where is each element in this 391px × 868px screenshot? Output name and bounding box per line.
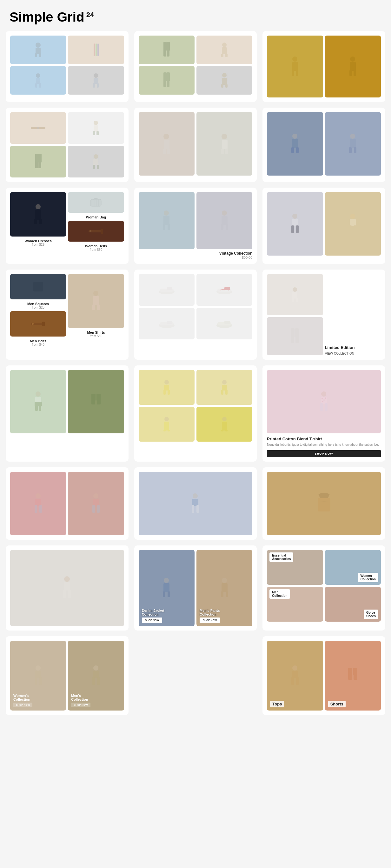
svg-rect-15 bbox=[163, 42, 167, 51]
svg-point-126 bbox=[36, 392, 41, 397]
svg-rect-72 bbox=[39, 219, 42, 224]
svg-rect-157 bbox=[320, 403, 323, 411]
img-man-gray-suit bbox=[325, 112, 381, 176]
svg-rect-51 bbox=[93, 165, 95, 169]
svg-rect-128 bbox=[35, 402, 42, 406]
svg-rect-130 bbox=[39, 406, 41, 411]
svg-rect-88 bbox=[221, 224, 223, 230]
svg-rect-125 bbox=[295, 336, 299, 343]
collection-golve-shoes[interactable]: GolveShoes bbox=[325, 587, 381, 622]
svg-rect-193 bbox=[292, 671, 298, 678]
img-olive-pants bbox=[10, 146, 66, 178]
svg-rect-84 bbox=[163, 224, 165, 230]
svg-rect-164 bbox=[93, 499, 99, 506]
svg-rect-190 bbox=[92, 677, 95, 685]
svg-rect-67 bbox=[349, 147, 352, 153]
svg-rect-133 bbox=[91, 399, 95, 404]
svg-rect-160 bbox=[35, 499, 41, 506]
img-vintage-1 bbox=[139, 192, 195, 249]
svg-point-159 bbox=[36, 493, 41, 498]
svg-rect-25 bbox=[163, 80, 166, 87]
img-woman-navy-dress bbox=[10, 192, 66, 237]
svg-rect-124 bbox=[291, 336, 294, 343]
svg-rect-146 bbox=[168, 430, 170, 431]
svg-point-155 bbox=[325, 398, 326, 399]
denim-jacket-label: Denim JacketCollection bbox=[142, 609, 164, 616]
label-women-belts: Women Belts bbox=[85, 244, 107, 248]
svg-point-49 bbox=[94, 154, 98, 159]
svg-point-167 bbox=[193, 493, 198, 498]
tops-label: Tops bbox=[270, 701, 284, 707]
svg-rect-170 bbox=[196, 505, 199, 513]
womens-collection-btn[interactable]: SHOP NOW bbox=[13, 703, 32, 707]
img-pants-olive bbox=[139, 66, 195, 95]
card-tshirts-small bbox=[262, 188, 385, 264]
svg-point-94 bbox=[350, 214, 355, 219]
svg-rect-162 bbox=[39, 505, 42, 513]
limited-edition-link[interactable]: VIEW COLLECTION bbox=[325, 352, 381, 355]
svg-rect-166 bbox=[97, 505, 100, 513]
svg-point-176 bbox=[164, 578, 169, 583]
img-blue-sweatshirt bbox=[139, 472, 253, 535]
card-gold-women bbox=[262, 31, 385, 102]
collection-essential-accessories[interactable]: EssentialAccessories bbox=[267, 550, 323, 585]
svg-rect-3 bbox=[39, 53, 41, 57]
svg-point-11 bbox=[94, 73, 98, 78]
svg-rect-123 bbox=[295, 328, 299, 337]
svg-rect-198 bbox=[348, 674, 352, 680]
svg-rect-68 bbox=[354, 147, 356, 153]
svg-point-139 bbox=[222, 380, 227, 384]
svg-rect-28 bbox=[222, 78, 227, 85]
img-sneaker-3 bbox=[139, 308, 195, 339]
svg-point-180 bbox=[222, 578, 227, 583]
img-yellow-2 bbox=[196, 370, 252, 405]
svg-rect-37 bbox=[350, 70, 352, 76]
img-girl-blue-2 bbox=[10, 66, 66, 95]
card-beige-olive bbox=[6, 107, 129, 182]
img-yellow-3 bbox=[139, 407, 195, 442]
svg-rect-23 bbox=[163, 72, 167, 81]
svg-rect-16 bbox=[167, 42, 170, 51]
svg-rect-13 bbox=[93, 83, 95, 88]
img-boy-cream bbox=[68, 112, 124, 144]
card-tshirt-promo: Printed Cotton Blend T-shirt Nunc dui lo… bbox=[262, 365, 385, 462]
denim-jacket-btn[interactable]: SHOP NOW bbox=[142, 618, 162, 623]
page-title: Simple Grid24 bbox=[0, 0, 391, 31]
svg-rect-59 bbox=[221, 149, 224, 154]
img-man-tshirt bbox=[267, 192, 323, 255]
img-men-squares bbox=[10, 274, 66, 300]
tshirt-shop-button[interactable]: SHOP NOW bbox=[267, 450, 381, 457]
collection-women[interactable]: WomenCollection bbox=[325, 550, 381, 585]
mens-collection-btn[interactable]: SHOP NOW bbox=[71, 703, 90, 707]
img-man-blue-suit bbox=[267, 112, 323, 176]
page-header: Simple Grid24 bbox=[0, 0, 391, 31]
collection-men[interactable]: MenCollection bbox=[267, 587, 323, 622]
svg-rect-56 bbox=[167, 149, 170, 154]
svg-rect-97 bbox=[354, 225, 356, 233]
svg-rect-4 bbox=[94, 43, 95, 56]
label-women-collection: WomenCollection bbox=[361, 574, 376, 581]
sublabel-women-dresses: from $29 bbox=[32, 243, 44, 246]
tshirt-promo-label: Printed Cotton Blend T-shirt bbox=[267, 437, 381, 441]
svg-rect-54 bbox=[164, 140, 169, 149]
svg-point-90 bbox=[292, 214, 297, 219]
svg-rect-43 bbox=[93, 131, 95, 135]
img-shorts bbox=[325, 641, 381, 711]
svg-rect-24 bbox=[167, 72, 170, 81]
svg-rect-138 bbox=[168, 390, 170, 395]
card-blue-sweatshirt bbox=[134, 467, 257, 540]
svg-rect-5 bbox=[96, 43, 97, 56]
label-men-collection: MenCollection bbox=[272, 591, 287, 597]
svg-rect-29 bbox=[221, 84, 223, 88]
svg-point-102 bbox=[93, 291, 98, 296]
svg-point-53 bbox=[163, 134, 169, 140]
mens-pants-btn[interactable]: SHOP NOW bbox=[200, 618, 220, 623]
svg-point-7 bbox=[36, 73, 40, 78]
card-women-labeled: Women Dresses from $29 Woman Bag Women B… bbox=[6, 188, 129, 264]
main-grid: Women Dresses from $29 Woman Bag Women B… bbox=[0, 31, 391, 724]
svg-point-40 bbox=[37, 127, 39, 129]
card-portrait-women bbox=[134, 107, 257, 182]
svg-point-118 bbox=[293, 287, 297, 292]
svg-rect-141 bbox=[221, 390, 223, 395]
svg-rect-30 bbox=[225, 84, 228, 88]
